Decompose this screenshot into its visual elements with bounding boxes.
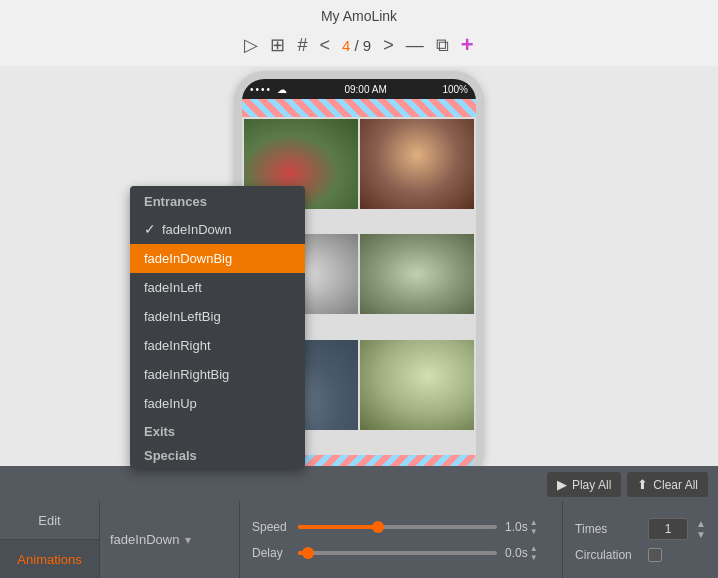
anim-item-fadeindownbig[interactable]: fadeInDownBig — [130, 244, 305, 273]
circulation-label: Circulation — [575, 548, 640, 562]
anim-item-fadeinrightbig[interactable]: fadeInRightBig — [130, 360, 305, 389]
anim-label-fadeindown: fadeInDown — [162, 222, 231, 237]
title-bar: My AmoLink — [0, 0, 718, 28]
animation-selector[interactable]: fadeInDown ▾ — [100, 501, 240, 578]
photo-cell-6 — [360, 340, 474, 430]
anim-item-fadeinup[interactable]: fadeInUp — [130, 389, 305, 418]
anim-label-fadeinrightbig: fadeInRightBig — [144, 367, 229, 382]
decorative-strip-top — [242, 99, 476, 117]
page-current: 4 — [342, 37, 350, 54]
times-row: Times 1 ▲▼ — [575, 518, 706, 540]
action-row: ▶ Play All ⬆ Clear All — [0, 466, 718, 501]
right-controls: Times 1 ▲▼ Circulation — [562, 501, 718, 578]
chevron-down-icon: ▾ — [185, 533, 191, 547]
speed-slider[interactable] — [298, 525, 497, 529]
tab-animations-label: Animations — [17, 552, 81, 567]
anim-label-fadeindownbig: fadeInDownBig — [144, 251, 232, 266]
photo-cell-2 — [360, 119, 474, 209]
delay-slider[interactable] — [298, 551, 497, 555]
phone-signal: •••• ☁ — [250, 84, 289, 95]
app-title: My AmoLink — [321, 8, 397, 24]
anim-label-fadeinup: fadeInUp — [144, 396, 197, 411]
anim-item-fadeinleftbig[interactable]: fadeInLeftBig — [130, 302, 305, 331]
play-all-label: Play All — [572, 478, 611, 492]
delay-thumb — [302, 547, 314, 559]
minus-button[interactable]: — — [406, 35, 424, 56]
animation-name: fadeInDown — [110, 532, 179, 547]
circulation-row: Circulation — [575, 548, 706, 562]
speed-thumb — [372, 521, 384, 533]
prev-button[interactable]: < — [319, 35, 330, 56]
times-label: Times — [575, 522, 640, 536]
toolbar: ▷ ⊞ # < 4 / 9 > — ⧉ + — [0, 28, 718, 66]
phone-battery: 100% — [442, 84, 468, 95]
page-indicator: 4 / 9 — [342, 37, 371, 54]
page-separator: / — [354, 37, 358, 54]
play-all-icon: ▶ — [557, 477, 567, 492]
times-input[interactable]: 1 — [648, 518, 688, 540]
speed-value: 1.0s ▲▼ — [505, 518, 550, 536]
play-all-button[interactable]: ▶ Play All — [547, 472, 621, 497]
add-button[interactable]: + — [461, 32, 474, 58]
circulation-checkbox[interactable] — [648, 548, 662, 562]
copy-button[interactable]: ⧉ — [436, 35, 449, 56]
speed-row: Speed 1.0s ▲▼ — [252, 518, 550, 536]
phone-time: 09:00 AM — [344, 84, 386, 95]
sliders-area: Speed 1.0s ▲▼ Delay 0.0s ▲▼ — [240, 501, 562, 578]
speed-fill — [298, 525, 378, 529]
tab-animations[interactable]: Animations — [0, 540, 99, 578]
photo-cell-4 — [360, 234, 474, 314]
times-spinner[interactable]: ▲▼ — [696, 518, 706, 540]
tab-edit[interactable]: Edit — [0, 501, 99, 540]
animation-dropdown: Entrances ✓ fadeInDown fadeInDownBig fad… — [130, 186, 305, 468]
anim-item-fadeindown[interactable]: ✓ fadeInDown — [130, 214, 305, 244]
speed-spinner[interactable]: ▲▼ — [530, 518, 538, 536]
main-area: •••• ☁ 09:00 AM 100% ❮ Entrances ✓ fadeI… — [0, 66, 718, 486]
section-exits: Exits — [130, 418, 305, 444]
delay-value: 0.0s ▲▼ — [505, 544, 550, 562]
anim-label-fadeinright: fadeInRight — [144, 338, 211, 353]
hash-icon[interactable]: # — [297, 35, 307, 56]
anim-label-fadeinleft: fadeInLeft — [144, 280, 202, 295]
tab-edit-label: Edit — [38, 513, 60, 528]
clear-all-button[interactable]: ⬆ Clear All — [627, 472, 708, 497]
section-entrances: Entrances — [130, 186, 305, 214]
anim-item-fadeinleft[interactable]: fadeInLeft — [130, 273, 305, 302]
anim-item-fadeinright[interactable]: fadeInRight — [130, 331, 305, 360]
anim-label-fadeinleftbig: fadeInLeftBig — [144, 309, 221, 324]
next-button[interactable]: > — [383, 35, 394, 56]
section-specials: Specials — [130, 444, 305, 468]
left-tabs: Edit Animations — [0, 501, 100, 578]
delay-label: Delay — [252, 546, 290, 560]
page-total: 9 — [363, 37, 371, 54]
controls-row: Edit Animations fadeInDown ▾ Speed 1.0s … — [0, 501, 718, 578]
grid-icon[interactable]: ⊞ — [270, 34, 285, 56]
clear-all-label: Clear All — [653, 478, 698, 492]
play-icon[interactable]: ▷ — [244, 34, 258, 56]
bottom-panel: ▶ Play All ⬆ Clear All Edit Animations f… — [0, 466, 718, 578]
speed-label: Speed — [252, 520, 290, 534]
delay-row: Delay 0.0s ▲▼ — [252, 544, 550, 562]
clear-all-icon: ⬆ — [637, 477, 648, 492]
phone-status-bar: •••• ☁ 09:00 AM 100% — [242, 79, 476, 99]
check-mark-icon: ✓ — [144, 221, 156, 237]
delay-spinner[interactable]: ▲▼ — [530, 544, 538, 562]
